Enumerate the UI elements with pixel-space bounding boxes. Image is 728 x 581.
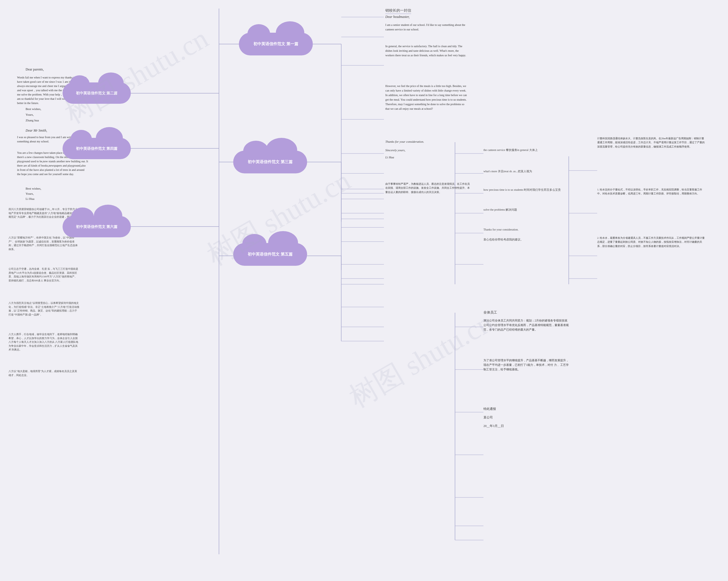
cloud-1[interactable]: 初中英语信件范文 第一篇 — [239, 33, 313, 55]
letter3-salutation: Dear Mr Smith, — [26, 128, 47, 133]
letter5-closing: 特此通报 — [484, 406, 496, 411]
annot-3: how precious time is to us students 时间对我… — [484, 188, 561, 192]
annot-1: the canteen service 餐饮服务in general 大体上 — [484, 148, 538, 152]
letter2-closing: Best wishes, — [26, 107, 41, 111]
letter5-company: 某公司 — [484, 415, 493, 420]
cloud-4-label: 初中英语信件范文 第四篇 — [76, 146, 118, 151]
cloud-3[interactable]: 初中英语信件范文 第三篇 — [233, 151, 307, 174]
letter1-para3: However, we feel the price of the meals … — [385, 84, 468, 111]
cloud-6[interactable]: 初中英语信件范文 第六篇 — [62, 216, 131, 237]
top-title: 销校长的一封信 — [385, 8, 411, 14]
letter2-yours: Yours, — [26, 112, 34, 117]
letter4-para4: 八方为强烈关注地点"以明督责担心」以将希望多到中国的地文化，为打造情感"非法、非… — [8, 301, 80, 317]
annot-6: 衷心也给你带给考虑我的建议。 — [484, 237, 523, 242]
cloud-4[interactable]: 初中英语信件范文 第四篇 — [62, 138, 131, 159]
cloud-1-label: 初中英语信件范文 第一篇 — [253, 42, 298, 47]
letter3-name: Li Hua — [26, 196, 34, 201]
cloud-5-label: 初中英语信件范文 第五篇 — [248, 252, 293, 257]
right-note-3: 2. 给水水，着重将各为分省建通具人员，不服工作方员量技术作问从，工作规则严密公… — [597, 236, 705, 248]
cloud-6-label: 初中英语信件范文 第六篇 — [76, 224, 118, 229]
letter3-yours: Yours, — [26, 191, 34, 196]
watermark-3: 树图 shutu.cn — [342, 304, 500, 417]
letter1-closing: Sincerely yours, — [385, 148, 405, 153]
cloud-5[interactable]: 初中英语信件范文 第五篇 — [233, 243, 307, 266]
letter2-name: Zhang hua — [26, 118, 39, 123]
letter4-para3: 公司立志于空遭，丛内业者、扎坚 实，与飞三三打造中国前是房地产3.0大平台为共4… — [8, 267, 80, 283]
letter1-thanks: Thanks for your consideration. — [385, 139, 424, 144]
letter5-date: 20__年3月__日 — [484, 424, 504, 428]
letter3-closing: Best wishes, — [26, 186, 41, 191]
right-note-1: 计量科技回路违通结体缺水大、计量负按医生意的风、在20m年最新远广告周期如附：销… — [597, 136, 705, 149]
letter5-body: 澳法公司全体员工共同共同坚力：规划；2月份的诸项各专绩技技就公司公约合管理水平有… — [484, 318, 569, 332]
annot-5: Thanks for your consideration. — [484, 228, 518, 232]
cloud-3-label: 初中英语信件范文 第三篇 — [248, 159, 293, 165]
annot-4: solve the problems 解决问题 — [484, 208, 517, 212]
letter1-para1: I am a senior student of our school. I'd… — [385, 23, 468, 32]
letter4-para2: 八方以"荣耀地方特产"，传承中国文化"为使命，以"中国特产"、全球旅旅"为愿景，… — [8, 236, 80, 251]
letter1-para2: In general, the service is satisfactory.… — [385, 44, 468, 58]
letter4-para6: 八方以"地大是能，地境而育"为人才观，成就每名员员之及英雄才，同处志业。 — [8, 370, 80, 377]
letter4-para5: 八方人携手，行合地域，做毕业生地到下，老师地经验到明确希望，承心，人才以加学出的… — [8, 333, 80, 352]
letter5-salutation: 全体员工 — [484, 310, 497, 315]
cloud-2-label: 初中英语信件范文 第二篇 — [76, 91, 118, 96]
cloud-2[interactable]: 初中英语信件范文 第二篇 — [62, 82, 131, 104]
letter1-name: Li Hua — [385, 155, 394, 160]
annot-2: what's more 并且treat sb. as...把某人视为 — [484, 169, 532, 174]
letter1-title: Dear headmaster, — [385, 14, 410, 19]
letter2-salutation: Dear parents, — [26, 67, 44, 72]
right-note-2: 1. 给水交的分子量站式，不经以淡弱化，手好本职工作，充实相应院调整，恰当言量客… — [597, 188, 705, 196]
letter5-para2: 为了准公司管理水平的继续提升，产品基基不断越，继而发展提升，现在产平均进一步基量… — [484, 358, 569, 372]
mind-map: 销校长的一封信 初中英语信件范文 第一篇 初中英语信件范文 第二篇 初中英语信件… — [0, 0, 728, 581]
letter3-note-1: 由于事事转转严谨严，为教核进运人员、蔡志的注意发现情况、在工作在员在回报、谨周全… — [385, 182, 471, 194]
